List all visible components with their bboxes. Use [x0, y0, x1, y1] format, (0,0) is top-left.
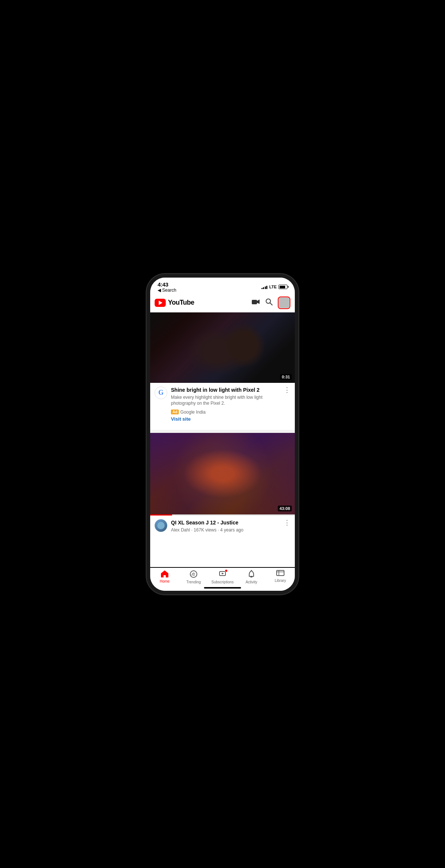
svg-marker-7 — [222, 573, 224, 574]
home-indicator — [150, 586, 295, 591]
ad-thumbnail-image — [150, 312, 295, 383]
user-avatar-button[interactable] — [278, 296, 290, 309]
video-thumbnail[interactable]: 43:08 — [150, 433, 295, 514]
video-progress — [150, 514, 295, 516]
ad-more-button[interactable]: ⋮ — [284, 387, 290, 393]
ad-meta: Shine bright in low light with Pixel 2 M… — [171, 387, 280, 422]
library-icon — [276, 570, 284, 578]
nav-activity[interactable]: Activity — [237, 570, 266, 584]
video-duration: 43:08 — [278, 506, 292, 511]
video-info: QI XL Season J 12 - Justice Alex Dahl · … — [150, 516, 295, 539]
svg-point-5 — [192, 575, 192, 576]
nav-library[interactable]: Library — [266, 570, 295, 584]
library-label: Library — [275, 579, 286, 583]
ad-visual — [150, 312, 295, 383]
home-bar — [204, 587, 241, 589]
svg-marker-1 — [257, 299, 260, 304]
ad-badge: Ad Google India — [171, 410, 205, 415]
subscriptions-badge — [225, 569, 228, 572]
progress-fill — [150, 514, 172, 516]
ad-description: Make every highlight shine bright with l… — [171, 394, 280, 407]
header-icons — [252, 296, 290, 309]
svg-line-3 — [270, 303, 272, 305]
youtube-logo: YouTube — [155, 299, 252, 307]
ad-card: 0:31 G Shine bright in low light with Pi… — [150, 312, 295, 425]
svg-point-4 — [190, 571, 197, 577]
svg-rect-10 — [277, 570, 284, 576]
ad-title: Shine bright in low light with Pixel 2 — [171, 387, 280, 393]
ad-thumbnail[interactable]: 0:31 — [150, 312, 295, 383]
show-visual — [183, 449, 263, 498]
card-separator — [150, 430, 295, 433]
video-card: 43:08 QI XL Season J 12 - Justice Alex D… — [150, 433, 295, 539]
ad-duration: 0:31 — [280, 374, 292, 380]
svg-rect-8 — [250, 576, 253, 577]
status-icons: LTE — [261, 285, 287, 289]
play-triangle — [159, 301, 162, 305]
phone-frame: 4:43 ◀ Search LTE YouTube — [150, 278, 295, 591]
video-thumbnail-image — [150, 433, 295, 514]
subscriptions-icon-wrapper — [218, 570, 227, 579]
nav-subscriptions[interactable]: Subscriptions — [208, 570, 237, 584]
video-title: QI XL Season J 12 - Justice — [171, 519, 280, 526]
status-time: 4:43 — [158, 281, 176, 288]
ad-channel: Google India — [180, 410, 205, 415]
video-meta: QI XL Season J 12 - Justice Alex Dahl · … — [171, 519, 280, 535]
trending-icon — [189, 570, 198, 579]
home-icon — [161, 570, 169, 579]
nav-home[interactable]: Home — [150, 570, 179, 584]
battery-icon — [278, 285, 287, 289]
svg-rect-0 — [252, 300, 257, 304]
status-left: 4:43 ◀ Search — [158, 281, 176, 293]
visit-site-link[interactable]: Visit site — [171, 416, 280, 422]
status-bar: 4:43 ◀ Search LTE — [150, 278, 295, 294]
camera-button[interactable] — [252, 298, 260, 307]
video-more-button[interactable]: ⋮ — [284, 519, 290, 526]
search-button[interactable] — [265, 298, 273, 307]
ad-label: Ad — [171, 410, 179, 414]
youtube-title: YouTube — [168, 299, 194, 307]
activity-icon — [248, 570, 255, 579]
lte-label: LTE — [269, 285, 277, 289]
app-header: YouTube — [150, 294, 295, 312]
signal-icon — [261, 285, 268, 289]
content-feed: 0:31 G Shine bright in low light with Pi… — [150, 312, 295, 567]
youtube-icon — [155, 299, 166, 307]
back-button[interactable]: ◀ Search — [158, 288, 176, 293]
avatar — [279, 298, 289, 308]
activity-label: Activity — [245, 580, 257, 584]
trending-label: Trending — [186, 580, 201, 584]
video-subtitle: Alex Dahl · 167K views · 4 years ago — [171, 527, 280, 533]
ad-info: G Shine bright in low light with Pixel 2… — [150, 383, 295, 425]
google-logo: G — [155, 387, 167, 399]
channel-avatar[interactable] — [155, 519, 167, 532]
subscriptions-label: Subscriptions — [211, 580, 234, 584]
bottom-navigation: Home Trending — [150, 567, 295, 586]
home-label: Home — [160, 579, 170, 583]
nav-trending[interactable]: Trending — [179, 570, 208, 584]
